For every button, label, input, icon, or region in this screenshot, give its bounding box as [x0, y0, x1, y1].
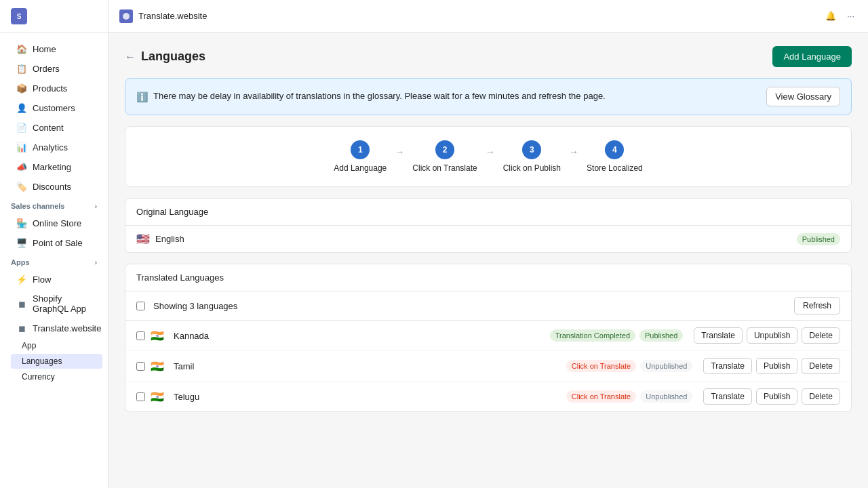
- sidebar-item-point-of-sale-label: Point of Sale: [33, 238, 83, 248]
- sidebar-item-discounts[interactable]: 🏷️ Discounts: [5, 177, 102, 196]
- refresh-button[interactable]: Refresh: [794, 297, 840, 314]
- kannada-delete-button[interactable]: Delete: [802, 327, 840, 344]
- sidebar-item-analytics[interactable]: 📊 Analytics: [5, 138, 102, 157]
- info-banner: ℹ️ There may be delay in availability of…: [125, 78, 852, 115]
- telugu-lang: 🇮🇳 Telugu: [151, 390, 561, 403]
- kannada-badge-2: Published: [639, 329, 683, 342]
- apps-section: Apps ›: [0, 253, 108, 269]
- step-arrow-2: →: [486, 146, 495, 157]
- sidebar-item-orders[interactable]: 📋 Orders: [5, 59, 102, 78]
- sidebar-item-app-label: App: [22, 341, 36, 350]
- telugu-flag: 🇮🇳: [151, 390, 164, 403]
- step-arrow-1: →: [395, 146, 404, 157]
- page-title: Languages: [141, 49, 205, 64]
- kannada-lang: 🇮🇳 Kannada: [151, 329, 545, 342]
- english-row: 🇺🇸 English Published: [125, 226, 851, 252]
- sidebar-item-shopify-graphql-label: Shopify GraphQL App: [33, 293, 92, 314]
- sidebar-nav: 🏠 Home 📋 Orders 📦 Products 👤 Customers 📄…: [0, 33, 108, 488]
- sidebar-item-products-label: Products: [33, 83, 67, 94]
- sidebar-logo: S: [0, 0, 108, 33]
- telugu-badges: Click on Translate Unpublished: [566, 390, 693, 403]
- sales-channels-chevron: ›: [95, 203, 97, 210]
- telugu-checkbox[interactable]: [136, 392, 145, 401]
- kannada-checkbox[interactable]: [136, 331, 145, 340]
- sidebar-item-translate-website[interactable]: ◼ Translate.website: [5, 319, 102, 338]
- sidebar-item-online-store-label: Online Store: [33, 218, 81, 228]
- home-icon: 🏠: [16, 43, 27, 54]
- step-2-label: Click on Translate: [412, 163, 477, 173]
- sidebar-item-products[interactable]: 📦 Products: [5, 79, 102, 98]
- sidebar: S 🏠 Home 📋 Orders 📦 Products 👤 Customers…: [0, 0, 108, 488]
- dots-icon[interactable]: ···: [844, 8, 857, 24]
- select-all-checkbox[interactable]: [136, 302, 145, 310]
- tamil-checkbox[interactable]: [136, 362, 145, 371]
- original-language-header: Original Language: [125, 199, 851, 226]
- tamil-translate-button[interactable]: Translate: [703, 358, 752, 374]
- tamil-delete-button[interactable]: Delete: [802, 358, 840, 374]
- step-3-circle: 3: [522, 140, 541, 159]
- info-banner-text: ℹ️ There may be delay in availability of…: [136, 91, 755, 102]
- topbar-app-icon: [119, 9, 133, 23]
- tamil-badge-2: Unpublished: [640, 360, 692, 372]
- step-4-label: Store Localized: [587, 163, 643, 173]
- add-language-button[interactable]: Add Language: [772, 46, 852, 67]
- sidebar-item-shopify-graphql[interactable]: ◼ Shopify GraphQL App: [5, 289, 102, 318]
- back-button[interactable]: ←: [125, 51, 136, 63]
- tamil-flag: 🇮🇳: [151, 360, 164, 373]
- step-4-circle: 4: [605, 140, 624, 159]
- topbar-right: 🔔 ···: [823, 8, 857, 24]
- tamil-row: 🇮🇳 Tamil Click on Translate Unpublished …: [125, 351, 851, 382]
- sidebar-item-languages[interactable]: Languages: [11, 354, 102, 369]
- discounts-icon: 🏷️: [16, 181, 27, 192]
- step-2: 2 Click on Translate: [412, 140, 477, 173]
- apps-chevron: ›: [95, 259, 97, 266]
- steps-card: 1 Add Language → 2 Click on Translate → …: [125, 126, 852, 187]
- orders-icon: 📋: [16, 63, 27, 74]
- sidebar-item-analytics-label: Analytics: [33, 142, 68, 152]
- bell-icon[interactable]: 🔔: [823, 8, 839, 24]
- telugu-actions: Translate Publish Delete: [703, 388, 840, 405]
- sidebar-item-marketing[interactable]: 📣 Marketing: [5, 157, 102, 176]
- telugu-delete-button[interactable]: Delete: [802, 388, 840, 405]
- step-1: 1 Add Language: [334, 140, 387, 173]
- translate-icon: [122, 12, 130, 20]
- kannada-translate-button[interactable]: Translate: [694, 327, 743, 344]
- sidebar-item-customers-label: Customers: [33, 103, 75, 113]
- page-header-left: ← Languages: [125, 49, 205, 64]
- step-3-label: Click on Publish: [503, 163, 561, 173]
- point-of-sale-icon: 🖥️: [16, 237, 27, 248]
- sidebar-item-online-store[interactable]: 🏪 Online Store: [5, 214, 102, 232]
- translate-website-icon: ◼: [16, 323, 27, 333]
- telugu-badge-1: Click on Translate: [566, 390, 636, 403]
- kannada-row: 🇮🇳 Kannada Translation Completed Publish…: [125, 321, 851, 351]
- sidebar-item-languages-label: Languages: [22, 357, 62, 366]
- telugu-badge-2: Unpublished: [640, 390, 692, 403]
- sidebar-item-content[interactable]: 📄 Content: [5, 118, 102, 137]
- analytics-icon: 📊: [16, 142, 27, 152]
- telugu-publish-button[interactable]: Publish: [756, 388, 797, 405]
- sidebar-item-currency[interactable]: Currency: [11, 369, 102, 384]
- showing-text: Showing 3 languages: [153, 301, 794, 311]
- flow-icon: ⚡: [16, 274, 27, 285]
- tamil-lang: 🇮🇳 Tamil: [151, 360, 561, 373]
- table-header: Showing 3 languages Refresh: [125, 291, 851, 321]
- translated-languages-section: Translated Languages Showing 3 languages…: [125, 264, 852, 412]
- kannada-unpublish-button[interactable]: Unpublish: [747, 327, 797, 344]
- telugu-name: Telugu: [174, 392, 561, 402]
- step-arrow-3: →: [569, 146, 578, 157]
- tamil-publish-button[interactable]: Publish: [756, 358, 797, 374]
- telugu-translate-button[interactable]: Translate: [703, 388, 752, 405]
- sidebar-item-content-label: Content: [33, 123, 64, 133]
- step-1-circle: 1: [351, 140, 370, 159]
- sidebar-item-orders-label: Orders: [33, 64, 60, 74]
- sidebar-item-customers[interactable]: 👤 Customers: [5, 98, 102, 117]
- view-glossary-button[interactable]: View Glossary: [766, 87, 840, 106]
- sidebar-item-app[interactable]: App: [11, 338, 102, 353]
- sidebar-item-flow[interactable]: ⚡ Flow: [5, 270, 102, 289]
- sidebar-item-home[interactable]: 🏠 Home: [5, 39, 102, 58]
- english-flag: 🇺🇸: [136, 232, 150, 245]
- sidebar-item-discounts-label: Discounts: [33, 182, 71, 192]
- original-language-section: Original Language 🇺🇸 English Published: [125, 198, 852, 253]
- sidebar-item-flow-label: Flow: [33, 274, 51, 285]
- sidebar-item-point-of-sale[interactable]: 🖥️ Point of Sale: [5, 233, 102, 252]
